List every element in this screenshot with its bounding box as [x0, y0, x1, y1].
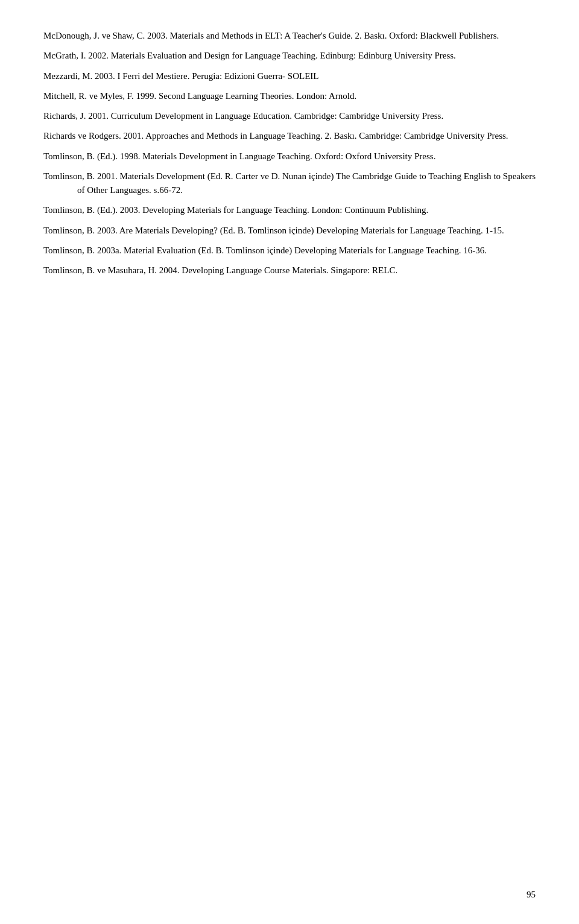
reference-text: Tomlinson, B. (Ed.). 2003. Developing Ma… — [43, 205, 428, 215]
reference-text: Tomlinson, B. 2003. Are Materials Develo… — [43, 226, 504, 235]
list-item: Tomlinson, B. (Ed.). 1998. Materials Dev… — [43, 150, 536, 163]
page: McDonough, J. ve Shaw, C. 2003. Material… — [0, 0, 579, 924]
reference-text: McGrath, I. 2002. Materials Evaluation a… — [43, 51, 456, 60]
list-item: Tomlinson, B. 2001. Materials Developmen… — [43, 169, 536, 198]
reference-text: Tomlinson, B. (Ed.). 1998. Materials Dev… — [43, 151, 435, 161]
list-item: Mitchell, R. ve Myles, F. 1999. Second L… — [43, 89, 536, 103]
reference-text: Richards ve Rodgers. 2001. Approaches an… — [43, 131, 508, 141]
list-item: Mezzardi, M. 2003. I Ferri del Mestiere.… — [43, 69, 536, 83]
reference-text: Mitchell, R. ve Myles, F. 1999. Second L… — [43, 91, 356, 101]
list-item: Richards, J. 2001. Curriculum Developmen… — [43, 109, 536, 123]
list-item: Tomlinson, B. ve Masuhara, H. 2004. Deve… — [43, 264, 536, 277]
list-item: Richards ve Rodgers. 2001. Approaches an… — [43, 129, 536, 143]
list-item: McGrath, I. 2002. Materials Evaluation a… — [43, 49, 536, 63]
reference-text: Tomlinson, B. 2001. Materials Developmen… — [43, 171, 536, 195]
reference-text: Tomlinson, B. 2003a. Material Evaluation… — [43, 245, 487, 255]
list-item: Tomlinson, B. 2003. Are Materials Develo… — [43, 224, 536, 238]
reference-list: McDonough, J. ve Shaw, C. 2003. Material… — [43, 29, 536, 277]
page-number: 95 — [527, 890, 536, 900]
list-item: Tomlinson, B. (Ed.). 2003. Developing Ma… — [43, 203, 536, 217]
reference-text: Tomlinson, B. ve Masuhara, H. 2004. Deve… — [43, 265, 397, 275]
reference-text: Mezzardi, M. 2003. I Ferri del Mestiere.… — [43, 71, 319, 81]
reference-text: Richards, J. 2001. Curriculum Developmen… — [43, 111, 443, 121]
list-item: McDonough, J. ve Shaw, C. 2003. Material… — [43, 29, 536, 43]
list-item: Tomlinson, B. 2003a. Material Evaluation… — [43, 244, 536, 258]
reference-text: McDonough, J. ve Shaw, C. 2003. Material… — [43, 31, 499, 40]
